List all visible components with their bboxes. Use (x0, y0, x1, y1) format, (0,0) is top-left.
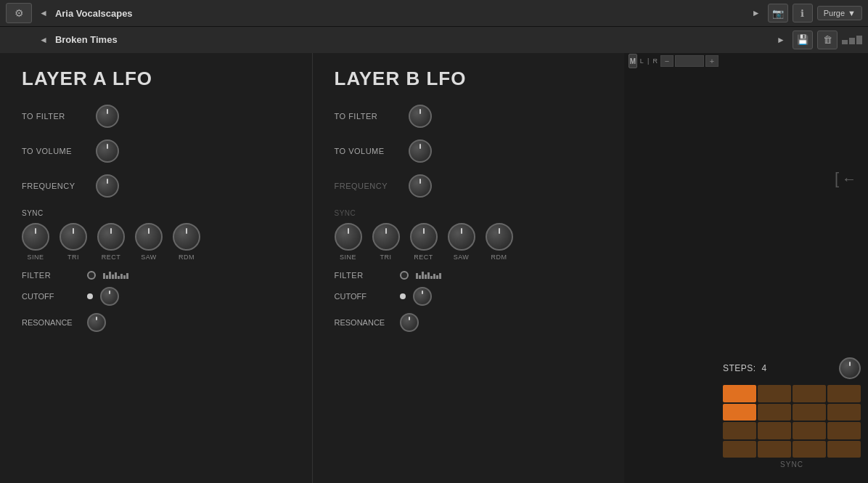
layer-a-cutoff-dot[interactable] (87, 293, 93, 299)
step-cell-r2-c2[interactable] (793, 422, 826, 439)
layer-a-frequency-knob[interactable] (96, 174, 119, 198)
fp-a-2 (106, 275, 108, 279)
purge-button[interactable]: Purge ▼ (817, 6, 862, 20)
layer-a-sine-knob[interactable] (22, 223, 49, 251)
meter-l-label: L (640, 57, 644, 65)
layer-b-filter-pattern (416, 272, 441, 279)
layer-b-tri: TRI (372, 223, 400, 261)
logo-button[interactable]: ⚙ (6, 3, 32, 23)
layer-a-rdm-knob[interactable] (173, 223, 200, 251)
step-cell-r3-c3[interactable] (827, 441, 861, 458)
step-cell-r0-c2[interactable] (793, 385, 826, 402)
purge-label: Purge (824, 9, 845, 17)
layer-b-resonance-knob[interactable] (400, 313, 419, 332)
step-cell-r0-c0[interactable] (723, 385, 756, 402)
next-patch-button[interactable]: ► (774, 33, 788, 46)
steps-label: STEPS: 4 (723, 363, 767, 373)
steps-header: STEPS: 4 (723, 357, 861, 379)
layer-b-to-filter-knob[interactable] (409, 105, 432, 128)
top-row-1: ⚙ ◄ Aria Vocalscapes ► 📷 ℹ Purge ▼ (0, 0, 868, 26)
layer-a-frequency-label: FREQUENCY (22, 182, 87, 190)
layer-a-saw-knob[interactable] (135, 223, 163, 251)
fp-b-5 (427, 272, 430, 279)
layer-b-saw-knob[interactable] (448, 223, 475, 251)
fp-a-1 (103, 273, 105, 279)
info-button[interactable]: ℹ (793, 4, 813, 23)
step-cell-r0-c3[interactable] (827, 385, 861, 402)
layer-b-tri-label: TRI (380, 253, 392, 261)
layer-a-tri-label: TRI (67, 253, 79, 261)
step-cell-r0-c1[interactable] (758, 385, 791, 402)
layer-b-cutoff-dot[interactable] (400, 293, 406, 299)
top-row-2: ◄ Broken Times ► 💾 🗑 (0, 26, 868, 52)
layer-b-rdm-label: RDM (491, 253, 507, 261)
layer-a-resonance-row: RESONANCE (22, 313, 290, 332)
meter-minus-button[interactable]: − (660, 55, 673, 67)
preset-name-2: Broken Times (55, 34, 769, 45)
layer-a-rect-knob[interactable] (97, 223, 125, 251)
layer-a-to-filter-knob[interactable] (96, 105, 119, 128)
step-cell-r3-c2[interactable] (793, 441, 826, 458)
layer-a-to-filter-label: TO FILTER (22, 112, 87, 121)
step-cell-r2-c0[interactable] (723, 422, 756, 439)
layer-b-rect-label: RECT (414, 253, 433, 261)
fp-b-6 (430, 276, 433, 279)
meter-cursor: | (647, 57, 650, 65)
layer-b-rect-knob[interactable] (410, 223, 438, 251)
step-cell-r3-c1[interactable] (758, 441, 791, 458)
layer-a-resonance-knob[interactable] (87, 313, 106, 332)
layer-b-cutoff-label: CUTOFF (335, 292, 393, 301)
layer-b-cutoff-knob[interactable] (413, 287, 432, 306)
bracket-icon: [ (835, 169, 839, 188)
steps-knob[interactable] (839, 357, 861, 379)
layer-a-to-volume-label: TO VOLUME (22, 147, 87, 155)
next-preset-button[interactable]: ► (749, 7, 763, 20)
layer-b-to-volume-knob[interactable] (409, 139, 432, 163)
layer-b-rdm: RDM (486, 223, 513, 261)
purge-arrow: ▼ (848, 9, 856, 17)
layer-a-filter-toggle[interactable] (87, 271, 96, 280)
meter-r-label: R (653, 57, 658, 65)
back-arrow[interactable]: [ ← (835, 169, 856, 188)
right-side: [ ← STEPS: 4 SYNC (624, 53, 868, 483)
fp-b-1 (416, 273, 418, 279)
layer-a-to-volume-knob[interactable] (96, 139, 119, 163)
layer-a-tri-knob[interactable] (60, 223, 87, 251)
layer-b-sine-knob[interactable] (335, 223, 362, 251)
layer-a-to-volume-row: TO VOLUME (22, 139, 290, 163)
layer-a-rdm: RDM (173, 223, 200, 261)
step-cell-r1-c1[interactable] (758, 404, 791, 421)
layer-b-resonance-label: RESONANCE (335, 318, 393, 327)
step-grid[interactable] (723, 385, 861, 458)
prev-patch-button[interactable]: ◄ (36, 33, 51, 46)
layer-b-filter-toggle[interactable] (400, 271, 409, 280)
layer-b-saw: SAW (448, 223, 475, 261)
fp-a-7 (120, 274, 123, 279)
layer-b-tri-knob[interactable] (372, 223, 400, 251)
layer-b-frequency-knob[interactable] (409, 174, 432, 198)
fp-b-4 (425, 275, 427, 279)
layer-a-wave-row: SINE TRI RECT SAW RDM (22, 223, 290, 261)
layer-b-filter-section: FILTER CUTOFF (335, 271, 603, 332)
layer-a-cutoff-knob[interactable] (100, 287, 119, 306)
step-cell-r3-c0[interactable] (723, 441, 756, 458)
m-button[interactable]: M (629, 54, 637, 68)
layer-a-rdm-label: RDM (179, 253, 195, 261)
delete-button[interactable]: 🗑 (817, 31, 838, 49)
step-cell-r1-c3[interactable] (827, 404, 861, 421)
fp-a-9 (126, 273, 128, 279)
step-cell-r2-c1[interactable] (758, 422, 791, 439)
save-button[interactable]: 💾 (793, 31, 813, 49)
bar-3 (856, 36, 862, 44)
layer-b-rdm-knob[interactable] (486, 223, 513, 251)
step-cell-r1-c2[interactable] (793, 404, 826, 421)
step-cell-r1-c0[interactable] (723, 404, 756, 421)
meter-plus-button[interactable]: + (705, 55, 718, 67)
fp-b-3 (422, 272, 424, 279)
layer-b-filter-label: FILTER (335, 271, 393, 280)
camera-button[interactable]: 📷 (768, 4, 788, 23)
layer-a-rect-label: RECT (102, 253, 121, 261)
prev-preset-button[interactable]: ◄ (36, 7, 51, 20)
fp-b-7 (433, 274, 435, 279)
step-cell-r2-c3[interactable] (827, 422, 861, 439)
